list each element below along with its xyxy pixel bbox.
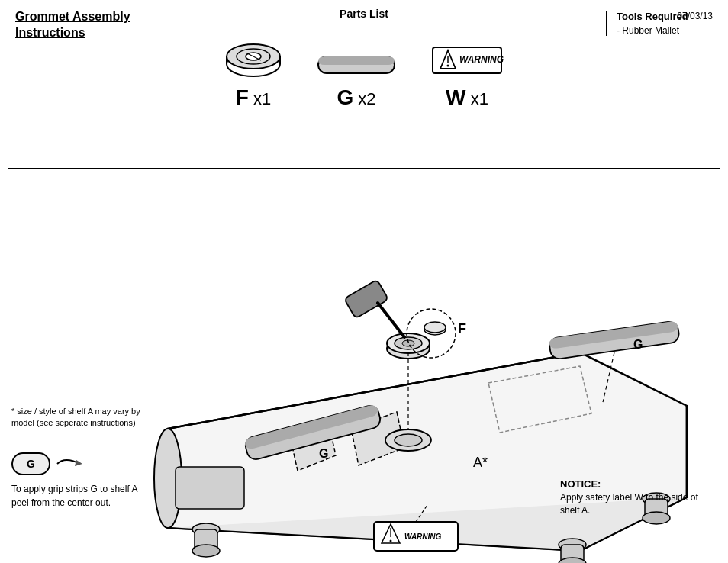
grip-strip-demo: G xyxy=(11,452,84,475)
tools-item-mallet: - Rubber Mallet xyxy=(617,25,713,36)
notice-box: NOTICE: Apply safety label W to the side… xyxy=(560,478,713,517)
grip-strip-box: G xyxy=(11,452,50,475)
svg-rect-26 xyxy=(176,467,244,509)
svg-point-33 xyxy=(424,322,446,333)
grommet-icon xyxy=(223,26,284,79)
diagram-area: F G G A* WARNING * size / style of shelf… xyxy=(0,169,728,563)
grip-g-label: G xyxy=(27,458,35,470)
svg-rect-8 xyxy=(318,56,395,65)
part-f: F x1 xyxy=(223,26,284,110)
notice-title: NOTICE: xyxy=(560,478,713,490)
grip-strip-icon xyxy=(314,49,398,79)
asterisk-note: * size / style of shelf A may vary by mo… xyxy=(11,406,153,429)
warning-label-icon: WARNING xyxy=(429,41,505,79)
tools-section: Tools Required - Rubber Mallet xyxy=(606,11,713,36)
page-title: Grommet Assembly Instructions xyxy=(15,9,130,41)
part-w-label: W x1 xyxy=(446,85,488,110)
g-label-right: G xyxy=(633,338,643,351)
svg-line-36 xyxy=(378,303,404,337)
part-g-label: G x2 xyxy=(337,85,375,110)
tools-title: Tools Required xyxy=(617,11,713,22)
parts-list-title: Parts List xyxy=(153,8,575,20)
part-w: WARNING W x1 xyxy=(429,41,505,110)
f-label: F xyxy=(458,321,466,336)
svg-point-12 xyxy=(447,65,449,67)
grommet-exploded xyxy=(387,309,456,359)
part-f-label: F x1 xyxy=(236,85,271,110)
svg-point-45 xyxy=(390,540,392,542)
warning-sticker-bottom: WARNING xyxy=(374,522,458,551)
svg-marker-48 xyxy=(75,460,82,466)
svg-text:WARNING: WARNING xyxy=(459,54,504,65)
grip-apply-text: To apply grip strips G to shelf A peel f… xyxy=(11,482,149,510)
part-g: G x2 xyxy=(314,49,398,110)
svg-rect-35 xyxy=(344,280,388,319)
notice-text: Apply safety label W to the side of shel… xyxy=(560,491,713,517)
rubber-mallet xyxy=(344,280,404,337)
svg-text:WARNING: WARNING xyxy=(404,532,442,541)
svg-point-17 xyxy=(192,545,220,557)
g-label-left: G xyxy=(319,447,328,460)
svg-point-25 xyxy=(395,434,422,446)
a-label: A* xyxy=(473,455,488,470)
peel-arrow-icon xyxy=(53,452,84,475)
parts-section: Parts List F x1 xyxy=(153,8,575,110)
parts-row: F x1 G x2 WARNING W x1 xyxy=(153,26,575,110)
title-block: Grommet Assembly Instructions xyxy=(15,9,130,41)
